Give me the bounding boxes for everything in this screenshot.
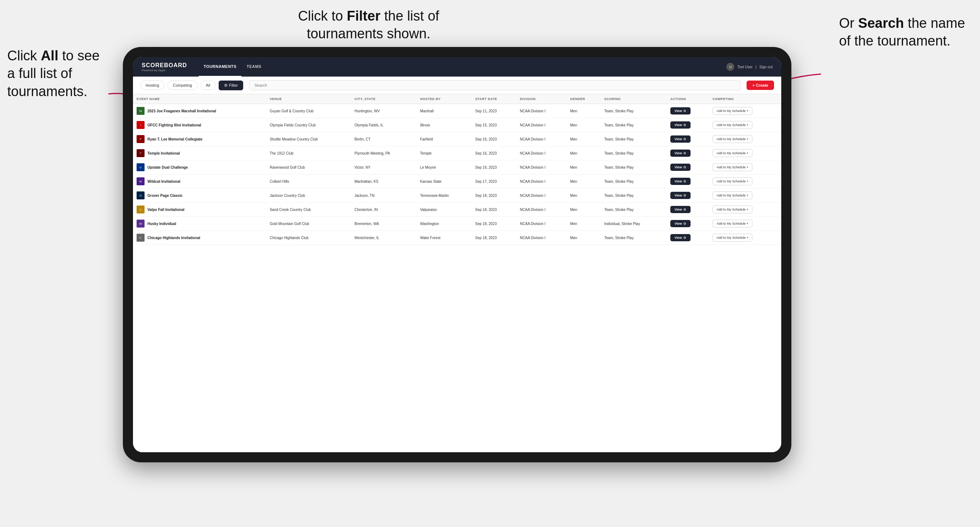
nav-teams[interactable]: TEAMS <box>242 57 266 76</box>
cell-event-name: T Temple Invitational <box>133 146 266 160</box>
cell-hosted-by: Kansas State <box>416 175 472 189</box>
table-body: M 2023 Joe Feaganes Marshall Invitationa… <box>133 104 781 245</box>
table-row: C Chicago Highlands Invitational Chicago… <box>133 231 781 245</box>
cell-gender: Men <box>566 118 601 132</box>
tournaments-table-container: EVENT NAME VENUE CITY, STATE HOSTED BY S… <box>133 94 781 452</box>
sign-out-link[interactable]: Sign out <box>759 65 773 69</box>
cell-division: NCAA Division I <box>516 160 566 175</box>
cell-hosted-by: Le Moyne <box>416 160 472 175</box>
event-name-text: Valpo Fall Invitational <box>148 208 184 212</box>
table-header-row: EVENT NAME VENUE CITY, STATE HOSTED BY S… <box>133 94 781 104</box>
filter-competing-button[interactable]: Competing <box>167 81 197 90</box>
user-icon: U <box>726 63 734 71</box>
tournaments-table: EVENT NAME VENUE CITY, STATE HOSTED BY S… <box>133 94 781 245</box>
view-button[interactable]: View ⊙ <box>670 178 690 185</box>
cell-scoring: Team, Stroke Play <box>601 132 667 146</box>
cell-hosted-by: Marshall <box>416 104 472 118</box>
cell-hosted-by: Tennessee-Martin <box>416 189 472 203</box>
view-icon: ⊙ <box>683 109 686 113</box>
view-button[interactable]: View ⊙ <box>670 121 690 129</box>
cell-division: NCAA Division I <box>516 175 566 189</box>
cell-competing: Add to My Schedule + <box>709 189 781 203</box>
view-button[interactable]: View ⊙ <box>670 192 690 199</box>
cell-actions: View ⊙ <box>667 203 709 217</box>
cell-actions: View ⊙ <box>667 132 709 146</box>
event-name-text: Grover Page Classic <box>148 194 183 198</box>
nav-links: TOURNAMENTS TEAMS <box>199 57 267 76</box>
cell-city-state: Plymouth Meeting, PA <box>351 146 416 160</box>
add-to-schedule-button[interactable]: Add to My Schedule + <box>713 191 752 199</box>
create-button[interactable]: + Create <box>746 81 774 90</box>
cell-city-state: Olympia Fields, IL <box>351 118 416 132</box>
add-to-schedule-button[interactable]: Add to My Schedule + <box>713 149 752 157</box>
col-hosted-by: HOSTED BY <box>416 94 472 104</box>
cell-event-name: W Husky Individual <box>133 217 266 231</box>
view-icon: ⊙ <box>683 236 686 240</box>
cell-competing: Add to My Schedule + <box>709 203 781 217</box>
search-box <box>249 80 741 90</box>
cell-venue: Ravenwood Golf Club <box>266 160 351 175</box>
cell-venue: Guyan Golf & Country Club <box>266 104 351 118</box>
view-icon: ⊙ <box>683 151 686 155</box>
view-button[interactable]: View ⊙ <box>670 234 690 241</box>
filter-all-button[interactable]: All <box>200 81 216 90</box>
user-name: Test User <box>737 65 752 69</box>
add-to-schedule-button[interactable]: Add to My Schedule + <box>713 206 752 213</box>
cell-event-name: W Wildcat Invitational <box>133 175 266 189</box>
cell-scoring: Team, Stroke Play <box>601 160 667 175</box>
cell-scoring: Team, Stroke Play <box>601 146 667 160</box>
view-button[interactable]: View ⊙ <box>670 135 690 143</box>
add-to-schedule-button[interactable]: Add to My Schedule + <box>713 234 752 242</box>
cell-competing: Add to My Schedule + <box>709 231 781 245</box>
filter-button[interactable]: ⚙ Filter <box>219 81 243 90</box>
cell-hosted-by: Washington <box>416 217 472 231</box>
col-start-date: START DATE <box>472 94 516 104</box>
cell-city-state: Chesterton, IN <box>351 203 416 217</box>
annotation-center: Click to Filter the list of tournaments … <box>260 7 477 43</box>
add-to-schedule-button[interactable]: Add to My Schedule + <box>713 121 752 129</box>
cell-hosted-by: Valparaiso <box>416 203 472 217</box>
cell-division: NCAA Division I <box>516 132 566 146</box>
add-to-schedule-button[interactable]: Add to My Schedule + <box>713 177 752 185</box>
brand-sub: Powered by clippd <box>142 68 187 72</box>
cell-division: NCAA Division I <box>516 118 566 132</box>
view-button[interactable]: View ⊙ <box>670 206 690 213</box>
cell-gender: Men <box>566 132 601 146</box>
view-button[interactable]: View ⊙ <box>670 107 690 114</box>
event-name-text: Husky Individual <box>148 222 176 226</box>
cell-start-date: Sep 18, 2023 <box>472 189 516 203</box>
add-to-schedule-button[interactable]: Add to My Schedule + <box>713 220 752 227</box>
event-name-text: OFCC Fighting Illini Invitational <box>148 123 201 127</box>
table-row: W Wildcat Invitational Colbert Hills Man… <box>133 175 781 189</box>
cell-venue: Olympia Fields Country Club <box>266 118 351 132</box>
cell-scoring: Team, Stroke Play <box>601 104 667 118</box>
view-button[interactable]: View ⊙ <box>670 163 690 171</box>
cell-gender: Men <box>566 203 601 217</box>
event-name-text: Ryan T. Lee Memorial Collegiate <box>148 137 202 141</box>
add-to-schedule-button[interactable]: Add to My Schedule + <box>713 107 752 115</box>
add-to-schedule-button[interactable]: Add to My Schedule + <box>713 163 752 171</box>
filter-hosting-button[interactable]: Hosting <box>140 81 164 90</box>
team-logo: T <box>137 149 145 157</box>
view-icon: ⊙ <box>683 137 686 141</box>
view-icon: ⊙ <box>683 123 686 127</box>
team-logo: V <box>137 206 145 213</box>
cell-gender: Men <box>566 231 601 245</box>
cell-division: NCAA Division I <box>516 146 566 160</box>
col-scoring: SCORING <box>601 94 667 104</box>
add-to-schedule-button[interactable]: Add to My Schedule + <box>713 135 752 143</box>
cell-division: NCAA Division I <box>516 203 566 217</box>
view-button[interactable]: View ⊙ <box>670 220 690 227</box>
nav-tournaments[interactable]: TOURNAMENTS <box>199 57 242 76</box>
annotation-right: Or Search the name of the tournament. <box>839 14 969 50</box>
cell-hosted-by: Temple <box>416 146 472 160</box>
view-button[interactable]: View ⊙ <box>670 149 690 157</box>
cell-division: NCAA Division I <box>516 189 566 203</box>
search-input[interactable] <box>249 80 741 90</box>
table-row: G Grover Page Classic Jackson Country Cl… <box>133 189 781 203</box>
cell-competing: Add to My Schedule + <box>709 146 781 160</box>
cell-event-name: U Upstate Dual Challenge <box>133 160 266 175</box>
cell-gender: Men <box>566 104 601 118</box>
cell-venue: Shuttle Meadow Country Club <box>266 132 351 146</box>
cell-start-date: Sep 15, 2023 <box>472 118 516 132</box>
